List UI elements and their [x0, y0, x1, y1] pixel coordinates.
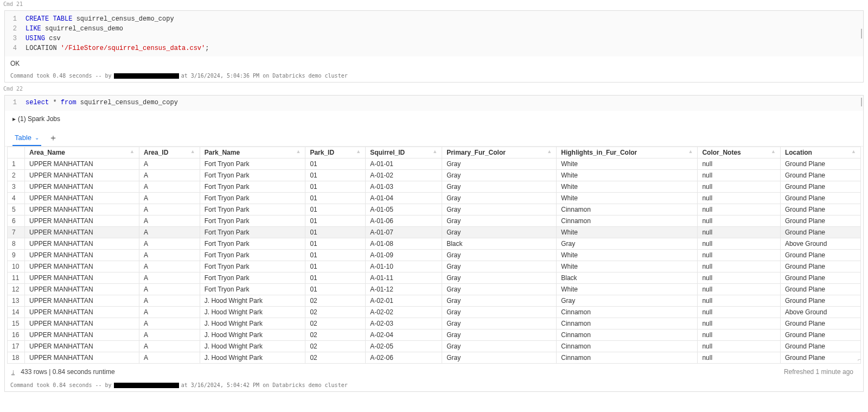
table-cell[interactable]: A [139, 170, 200, 181]
table-cell[interactable]: null [698, 250, 781, 261]
table-cell[interactable]: Cinnamon [557, 352, 698, 364]
cell-gutter-handle[interactable] [861, 29, 862, 39]
table-cell[interactable]: UPPER MANHATTAN [25, 250, 139, 261]
table-cell[interactable]: 01 [305, 238, 366, 250]
table-cell[interactable]: A [139, 318, 200, 329]
table-cell[interactable]: UPPER MANHATTAN [25, 307, 139, 318]
table-cell[interactable]: White [557, 181, 698, 193]
table-cell[interactable]: 01 [305, 215, 366, 227]
table-cell[interactable]: A [139, 295, 200, 307]
table-cell[interactable]: J. Hood Wright Park [200, 295, 305, 307]
table-cell[interactable]: UPPER MANHATTAN [25, 295, 139, 307]
table-cell[interactable]: Fort Tryon Park [200, 204, 305, 215]
table-cell[interactable]: J. Hood Wright Park [200, 307, 305, 318]
table-cell[interactable]: Gray [442, 295, 557, 307]
table-cell[interactable]: 01 [305, 284, 366, 295]
table-cell[interactable]: A-02-02 [366, 307, 442, 318]
table-cell[interactable]: Gray [442, 250, 557, 261]
table-row[interactable]: 2UPPER MANHATTANAFort Tryon Park01A-01-0… [8, 170, 861, 181]
table-cell[interactable]: Fort Tryon Park [200, 272, 305, 284]
table-cell[interactable]: Gray [442, 352, 557, 364]
table-cell[interactable]: 02 [305, 307, 366, 318]
column-header[interactable]: Squirrel_ID▲ [366, 147, 442, 159]
table-cell[interactable]: J. Hood Wright Park [200, 318, 305, 329]
table-row[interactable]: 3UPPER MANHATTANAFort Tryon Park01A-01-0… [8, 181, 861, 193]
table-cell[interactable]: 01 [305, 193, 366, 204]
table-cell[interactable]: Ground Plane [780, 170, 860, 181]
table-row[interactable]: 1UPPER MANHATTANAFort Tryon Park01A-01-0… [8, 159, 861, 170]
table-cell[interactable]: UPPER MANHATTAN [25, 352, 139, 364]
table-cell[interactable]: Gray [442, 261, 557, 272]
column-header[interactable]: Park_Name▲ [200, 147, 305, 159]
table-cell[interactable]: 01 [305, 250, 366, 261]
tab-table[interactable]: Table ⌄ [12, 130, 41, 146]
table-cell[interactable]: A-01-07 [366, 227, 442, 238]
table-cell[interactable]: White [557, 170, 698, 181]
table-row[interactable]: 16UPPER MANHATTANAJ. Hood Wright Park02A… [8, 329, 861, 341]
column-header[interactable]: Color_Notes▲ [698, 147, 781, 159]
table-cell[interactable]: White [557, 250, 698, 261]
column-header[interactable]: Area_ID▲ [139, 147, 200, 159]
table-cell[interactable]: 01 [305, 159, 366, 170]
code-text[interactable]: USING csv [25, 34, 61, 43]
table-cell[interactable]: Fort Tryon Park [200, 227, 305, 238]
code-text[interactable]: select * from squirrel_census_demo_copy [25, 98, 178, 107]
table-cell[interactable]: UPPER MANHATTAN [25, 193, 139, 204]
table-row[interactable]: 6UPPER MANHATTANAFort Tryon Park01A-01-0… [8, 215, 861, 227]
sort-icon[interactable]: ▲ [851, 149, 856, 154]
table-cell[interactable]: Ground Plane [780, 284, 860, 295]
table-cell[interactable]: A-01-03 [366, 181, 442, 193]
table-cell[interactable]: Fort Tryon Park [200, 159, 305, 170]
table-cell[interactable]: Ground Plane [780, 250, 860, 261]
sort-icon[interactable]: ▲ [771, 149, 776, 154]
table-cell[interactable]: Ground Plane [780, 329, 860, 341]
table-row[interactable]: 5UPPER MANHATTANAFort Tryon Park01A-01-0… [8, 204, 861, 215]
table-cell[interactable]: Cinnamon [557, 341, 698, 352]
table-row[interactable]: 13UPPER MANHATTANAJ. Hood Wright Park02A… [8, 295, 861, 307]
table-cell[interactable]: Above Ground [780, 238, 860, 250]
sort-icon[interactable]: ▲ [688, 149, 693, 154]
table-cell[interactable]: White [557, 159, 698, 170]
table-cell[interactable]: Above Ground [780, 307, 860, 318]
table-cell[interactable]: Fort Tryon Park [200, 284, 305, 295]
table-cell[interactable]: 02 [305, 352, 366, 364]
table-cell[interactable]: UPPER MANHATTAN [25, 204, 139, 215]
table-cell[interactable]: Cinnamon [557, 204, 698, 215]
table-cell[interactable]: UPPER MANHATTAN [25, 238, 139, 250]
table-cell[interactable]: UPPER MANHATTAN [25, 227, 139, 238]
table-cell[interactable]: Gray [442, 181, 557, 193]
table-cell[interactable]: UPPER MANHATTAN [25, 329, 139, 341]
chevron-down-icon[interactable]: ⌄ [35, 135, 39, 141]
table-cell[interactable]: null [698, 272, 781, 284]
table-cell[interactable]: A [139, 159, 200, 170]
table-cell[interactable]: Ground Plane [780, 181, 860, 193]
table-cell[interactable]: A-01-06 [366, 215, 442, 227]
table-cell[interactable]: White [557, 227, 698, 238]
sort-icon[interactable]: ▲ [296, 149, 301, 154]
table-cell[interactable]: Fort Tryon Park [200, 193, 305, 204]
column-header[interactable]: Location▲ [780, 147, 860, 159]
table-cell[interactable]: A-02-05 [366, 341, 442, 352]
table-cell[interactable]: Gray [442, 170, 557, 181]
code-editor-1[interactable]: 1CREATE TABLE squirrel_census_demo_copy2… [5, 11, 863, 56]
table-row[interactable]: 11UPPER MANHATTANAFort Tryon Park01A-01-… [8, 272, 861, 284]
cell-gutter-handle[interactable] [861, 98, 862, 106]
table-cell[interactable]: UPPER MANHATTAN [25, 159, 139, 170]
table-cell[interactable]: Gray [442, 215, 557, 227]
column-header[interactable]: Highlights_in_Fur_Color▲ [557, 147, 698, 159]
table-cell[interactable]: A-01-04 [366, 193, 442, 204]
table-cell[interactable]: A [139, 261, 200, 272]
table-row[interactable]: 10UPPER MANHATTANAFort Tryon Park01A-01-… [8, 261, 861, 272]
table-cell[interactable]: UPPER MANHATTAN [25, 181, 139, 193]
table-cell[interactable]: A [139, 341, 200, 352]
table-cell[interactable]: Ground Plane [780, 341, 860, 352]
code-line[interactable]: 1select * from squirrel_census_demo_copy [10, 98, 858, 107]
table-cell[interactable]: null [698, 329, 781, 341]
table-cell[interactable]: UPPER MANHATTAN [25, 318, 139, 329]
table-cell[interactable]: Ground Plane [780, 261, 860, 272]
sort-icon[interactable]: ▲ [547, 149, 552, 154]
table-cell[interactable]: 01 [305, 261, 366, 272]
table-cell[interactable]: Cinnamon [557, 307, 698, 318]
table-cell[interactable]: Ground Plane [780, 352, 860, 364]
table-row[interactable]: 15UPPER MANHATTANAJ. Hood Wright Park02A… [8, 318, 861, 329]
